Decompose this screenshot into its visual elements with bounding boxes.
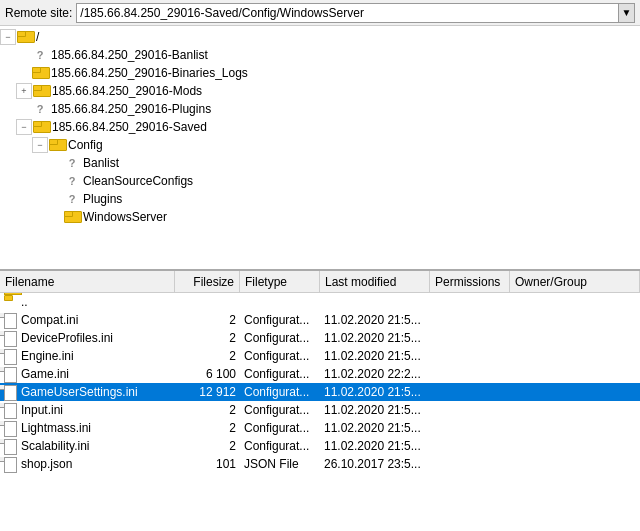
file-cell-size [175,293,240,311]
file-cell-modified: 11.02.2020 21:5... [320,329,430,347]
file-cell-name: GameUserSettings.ini [0,383,175,401]
tree-item[interactable]: ?CleanSourceConfigs [0,172,640,190]
file-name-label: .. [21,295,28,309]
file-cell-type: Configurat... [240,401,320,419]
tree-item[interactable]: ?185.66.84.250_29016-Banlist [0,46,640,64]
file-cell-modified: 11.02.2020 21:5... [320,311,430,329]
tree-scroll[interactable]: −/?185.66.84.250_29016-Banlist185.66.84.… [0,26,640,269]
file-file-icon [4,331,18,345]
file-cell-modified: 11.02.2020 21:5... [320,437,430,455]
file-cell-permissions [430,293,510,311]
file-modified-label: 11.02.2020 21:5... [324,385,421,399]
file-cell-size: 2 [175,329,240,347]
file-cell-owner [510,311,640,329]
file-name-label: Compat.ini [21,313,78,327]
question-icon: ? [64,156,80,170]
file-row[interactable]: Compat.ini 2 Configurat... 11.02.2020 21… [0,311,640,329]
tree-item[interactable]: WindowsServer [0,208,640,226]
file-list[interactable]: .. Compat.ini 2 Configurat... 11.02.2020 [0,293,640,531]
file-cell-size: 2 [175,437,240,455]
file-cell-size: 6 100 [175,365,240,383]
file-type-label: Configurat... [244,439,309,453]
file-size-label: 2 [229,421,236,435]
header-filesize[interactable]: Filesize [175,271,240,292]
file-type-label: Configurat... [244,385,309,399]
file-row[interactable]: .. [0,293,640,311]
tree-item[interactable]: −185.66.84.250_29016-Saved [0,118,640,136]
file-cell-owner [510,455,640,473]
file-cell-type: Configurat... [240,383,320,401]
remote-site-bar: Remote site: ▼ [0,0,640,26]
file-row[interactable]: Lightmass.ini 2 Configurat... 11.02.2020… [0,419,640,437]
tree-item[interactable]: 185.66.84.250_29016-Binaries_Logs [0,64,640,82]
tree-item[interactable]: ?Plugins [0,190,640,208]
tree-item-label: Banlist [83,156,119,170]
header-permissions[interactable]: Permissions [430,271,510,292]
file-row[interactable]: GameUserSettings.ini 12 912 Configurat..… [0,383,640,401]
file-cell-name: Compat.ini [0,311,175,329]
file-cell-permissions [430,365,510,383]
file-cell-modified [320,293,430,311]
tree-item[interactable]: ?Banlist [0,154,640,172]
file-size-label: 101 [216,457,236,471]
file-type-label: Configurat... [244,403,309,417]
file-cell-name: Game.ini [0,365,175,383]
file-row[interactable]: Game.ini 6 100 Configurat... 11.02.2020 … [0,365,640,383]
file-cell-size: 2 [175,311,240,329]
folder-file-icon [4,295,18,309]
tree-toggle-icon[interactable]: − [16,119,32,135]
file-size-label: 6 100 [206,367,236,381]
tree-toggle-icon[interactable]: + [16,83,32,99]
file-modified-label: 11.02.2020 22:2... [324,367,421,381]
header-filename[interactable]: Filename [0,271,175,292]
file-cell-modified: 11.02.2020 21:5... [320,383,430,401]
tree-item[interactable]: −/ [0,28,640,46]
remote-site-dropdown[interactable]: ▼ [619,3,635,23]
tree-item-label: 185.66.84.250_29016-Banlist [51,48,208,62]
file-cell-type: Configurat... [240,419,320,437]
header-lastmodified[interactable]: Last modified [320,271,430,292]
file-cell-size: 2 [175,401,240,419]
header-owner-group[interactable]: Owner/Group [510,271,640,292]
folder-tree-icon [32,66,48,80]
file-name-label: DeviceProfiles.ini [21,331,113,345]
remote-site-label: Remote site: [5,6,72,20]
tree-item[interactable]: −Config [0,136,640,154]
question-icon: ? [64,192,80,206]
file-row[interactable]: Input.ini 2 Configurat... 11.02.2020 21:… [0,401,640,419]
file-cell-permissions [430,383,510,401]
file-row[interactable]: DeviceProfiles.ini 2 Configurat... 11.02… [0,329,640,347]
tree-toggle-icon[interactable]: − [0,29,16,45]
tree-panel: −/?185.66.84.250_29016-Banlist185.66.84.… [0,26,640,271]
file-cell-owner [510,347,640,365]
file-modified-label: 26.10.2017 23:5... [324,457,421,471]
tree-item[interactable]: ?185.66.84.250_29016-Plugins [0,100,640,118]
file-modified-label: 11.02.2020 21:5... [324,421,421,435]
file-file-icon [4,421,18,435]
file-name-label: shop.json [21,457,72,471]
file-cell-modified: 11.02.2020 22:2... [320,365,430,383]
remote-site-input[interactable] [76,3,619,23]
file-row[interactable]: Engine.ini 2 Configurat... 11.02.2020 21… [0,347,640,365]
tree-item-label: 185.66.84.250_29016-Binaries_Logs [51,66,248,80]
file-row[interactable]: shop.json 101 JSON File 26.10.2017 23:5.… [0,455,640,473]
tree-item-label: CleanSourceConfigs [83,174,193,188]
file-cell-name: DeviceProfiles.ini [0,329,175,347]
file-name-label: Scalability.ini [21,439,89,453]
file-cell-modified: 11.02.2020 21:5... [320,347,430,365]
file-size-label: 12 912 [199,385,236,399]
file-name-label: Game.ini [21,367,69,381]
folder-tree-icon [33,84,49,98]
file-cell-permissions [430,347,510,365]
file-type-label: Configurat... [244,313,309,327]
file-file-icon [4,385,18,399]
header-filetype[interactable]: Filetype [240,271,320,292]
file-modified-label: 11.02.2020 21:5... [324,439,421,453]
tree-item-label: / [36,30,39,44]
file-row[interactable]: Scalability.ini 2 Configurat... 11.02.20… [0,437,640,455]
folder-tree-icon [64,210,80,224]
tree-item[interactable]: +185.66.84.250_29016-Mods [0,82,640,100]
file-cell-modified: 11.02.2020 21:5... [320,419,430,437]
tree-item-label: 185.66.84.250_29016-Mods [52,84,202,98]
tree-toggle-icon[interactable]: − [32,137,48,153]
